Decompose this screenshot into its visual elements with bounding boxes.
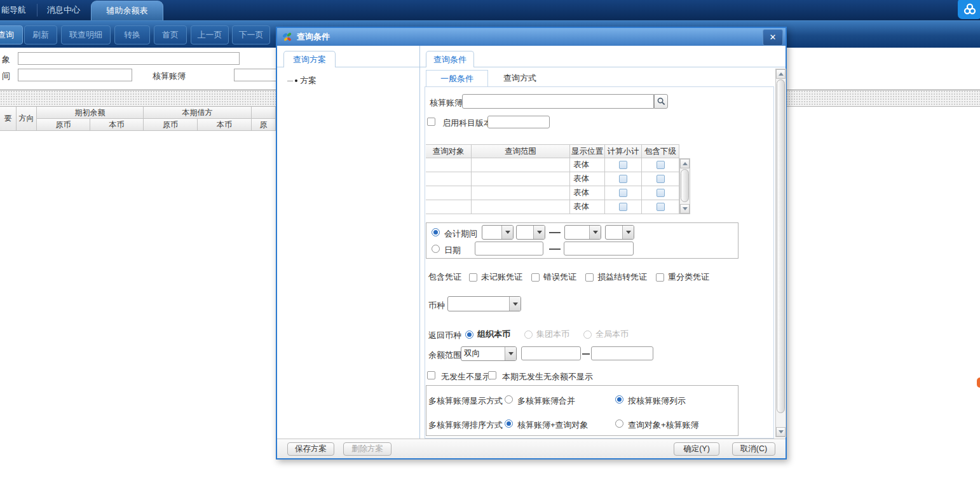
include-sub-checkbox-1[interactable] <box>657 175 665 183</box>
balance-min-input[interactable] <box>521 346 581 360</box>
cell-range-1[interactable] <box>472 172 570 186</box>
th-query-range[interactable]: 查询范围 <box>472 144 570 158</box>
tab-query-scheme[interactable]: 查询方案 <box>283 51 336 67</box>
cell-display-0[interactable]: 表体 <box>570 158 605 172</box>
ledger-input[interactable] <box>462 94 654 109</box>
chevron-down-icon[interactable] <box>533 226 545 239</box>
date-end-input[interactable] <box>564 242 634 255</box>
no-balance-checkbox[interactable] <box>488 371 496 379</box>
cell-object-0[interactable] <box>426 158 472 172</box>
org-currency-radio[interactable] <box>465 330 473 339</box>
ledger-merge-radio[interactable] <box>505 395 513 404</box>
bg-sub-original-cut: 原 <box>252 119 276 131</box>
th-include-sub[interactable]: 包含下级 <box>642 144 679 158</box>
cell-object-2[interactable] <box>426 186 472 200</box>
group-currency-radio[interactable] <box>524 330 533 339</box>
subtotal-checkbox-2[interactable] <box>619 189 627 197</box>
period-start-year-select[interactable] <box>482 225 514 240</box>
subtotal-checkbox-1[interactable] <box>619 175 627 183</box>
th-display-pos[interactable]: 显示位置 <box>570 144 605 158</box>
cell-include-1 <box>642 172 679 186</box>
subtotal-checkbox-0[interactable] <box>619 161 627 169</box>
cell-object-1[interactable] <box>426 172 472 186</box>
refresh-button[interactable]: 刷新 <box>24 25 57 44</box>
tab-aux-balance-active[interactable]: 辅助余额表 <box>91 1 163 21</box>
no-occurrence-checkbox[interactable] <box>427 371 435 379</box>
tab-query-conditions[interactable]: 查询条件 <box>426 51 474 67</box>
panel-scroll-thumb[interactable] <box>777 79 785 413</box>
table-scroll-thumb[interactable] <box>681 169 689 202</box>
currency-select[interactable] <box>447 296 521 311</box>
accounting-period-radio[interactable] <box>432 228 440 236</box>
object-first-radio[interactable] <box>615 419 623 428</box>
edge-orange-marker <box>977 378 980 388</box>
query-button[interactable]: 查询 <box>0 25 23 44</box>
close-icon[interactable]: ✕ <box>763 29 783 46</box>
subtab-general-conditions[interactable]: 一般条件 <box>426 70 488 86</box>
period-start-month-select[interactable] <box>516 225 545 240</box>
cell-object-3[interactable] <box>426 200 472 214</box>
date-start-input[interactable] <box>475 242 543 255</box>
period-end-month-select[interactable] <box>605 225 634 240</box>
table-scrollbar[interactable] <box>679 158 690 214</box>
chevron-down-icon[interactable] <box>622 226 634 239</box>
cancel-button[interactable]: 取消(C) <box>732 442 775 456</box>
chevron-down-icon[interactable] <box>509 297 521 311</box>
panel-scrollbar[interactable] <box>775 69 786 437</box>
subject-version-checkbox[interactable] <box>427 118 435 126</box>
subtotal-checkbox-3[interactable] <box>619 203 627 211</box>
error-voucher-checkbox[interactable] <box>531 273 540 282</box>
subject-version-input[interactable] <box>487 116 550 128</box>
tab-function-nav[interactable]: 能导航 <box>1 0 26 20</box>
subtab-query-method[interactable]: 查询方式 <box>489 70 550 86</box>
ledger-search-button[interactable] <box>654 94 668 109</box>
bg-period-input[interactable] <box>18 69 132 81</box>
date-radio[interactable] <box>432 245 440 253</box>
period-end-year-select[interactable] <box>564 225 601 240</box>
linked-detail-button[interactable]: 联查明细 <box>61 25 111 44</box>
convert-button[interactable]: 转换 <box>114 25 150 44</box>
tab-message-center[interactable]: 消息中心 <box>47 0 80 20</box>
global-currency-radio[interactable] <box>583 330 592 339</box>
cell-range-3[interactable] <box>472 200 570 214</box>
chevron-down-icon[interactable] <box>589 226 601 239</box>
next-page-button[interactable]: 下一页 <box>232 25 270 44</box>
include-sub-checkbox-3[interactable] <box>657 203 665 211</box>
ledger-first-radio[interactable] <box>505 419 513 428</box>
cell-range-0[interactable] <box>472 158 570 172</box>
app-logo-button[interactable] <box>958 0 980 19</box>
pl-transfer-voucher-checkbox[interactable] <box>585 273 594 282</box>
ok-button[interactable]: 确定(Y) <box>674 442 719 456</box>
cell-display-2[interactable]: 表体 <box>570 186 605 200</box>
chevron-down-icon[interactable] <box>501 226 513 239</box>
table-scroll-up-icon[interactable] <box>680 159 690 168</box>
no-balance-label: 本期无发生无余额不显示 <box>502 371 593 383</box>
bg-object-label: 象 <box>2 54 10 65</box>
balance-range-select[interactable]: 双向 <box>461 346 517 361</box>
global-currency-label: 全局本币 <box>595 329 629 340</box>
save-scheme-button[interactable]: 保存方案 <box>287 442 334 456</box>
table-scroll-down-icon[interactable] <box>680 204 690 214</box>
reclassify-voucher-checkbox[interactable] <box>656 273 664 282</box>
delete-scheme-button[interactable]: 删除方案 <box>343 442 391 456</box>
th-query-object[interactable]: 查询对象 <box>426 144 472 158</box>
include-sub-checkbox-0[interactable] <box>657 161 665 169</box>
panel-scroll-up-icon[interactable] <box>776 69 786 79</box>
display-mode-label: 多核算账簿显示方式 <box>428 395 503 407</box>
unposted-voucher-checkbox[interactable] <box>469 273 477 282</box>
th-subtotal[interactable]: 计算小计 <box>605 144 642 158</box>
panel-scroll-down-icon[interactable] <box>776 427 786 437</box>
chevron-down-icon[interactable] <box>505 347 516 360</box>
dialog-titlebar[interactable]: 查询条件 ✕ <box>277 28 786 46</box>
first-page-button[interactable]: 首页 <box>154 25 187 44</box>
cell-subtotal-0 <box>605 158 642 172</box>
prev-page-button[interactable]: 上一页 <box>191 25 229 44</box>
cell-range-2[interactable] <box>472 186 570 200</box>
cell-display-3[interactable]: 表体 <box>570 200 605 214</box>
cell-display-1[interactable]: 表体 <box>570 172 605 186</box>
bg-object-input[interactable] <box>18 52 240 65</box>
ledger-list-radio[interactable] <box>615 395 623 404</box>
balance-max-input[interactable] <box>591 346 653 360</box>
scheme-tree-item[interactable]: 方案 <box>287 75 316 86</box>
include-sub-checkbox-2[interactable] <box>657 189 665 197</box>
